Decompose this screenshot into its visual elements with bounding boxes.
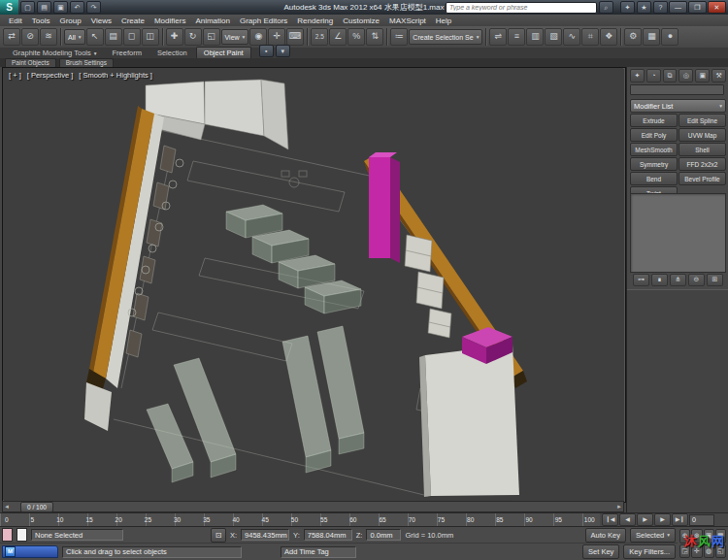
zoom-extents-all-icon[interactable]: ▦ [715, 529, 726, 544]
new-scene-icon[interactable]: ▢ [20, 1, 35, 14]
modifier-button-uvw-map[interactable]: UVW Map [678, 128, 726, 142]
taskbar-fragment[interactable]: M [2, 545, 58, 558]
time-slider-handle[interactable]: 0 / 100 [20, 502, 53, 512]
select-and-scale-icon[interactable]: ◱ [203, 28, 220, 46]
modifier-stack-list[interactable] [630, 193, 726, 273]
modify-tab[interactable]: ◔ [646, 69, 661, 82]
spinner-snap-icon[interactable]: ⇅ [366, 28, 383, 46]
select-and-link-icon[interactable]: ⇄ [3, 28, 20, 46]
ribbon-tab-graphite-modeling-tools[interactable]: Graphite Modeling Tools▾ [6, 48, 104, 58]
menu-views[interactable]: Views [86, 16, 116, 25]
create-tab[interactable]: ✦ [630, 69, 645, 82]
modifier-list-dropdown[interactable]: Modifier List ▾ [630, 99, 726, 113]
make-unique-icon[interactable]: ⋔ [670, 274, 686, 286]
display-tab[interactable]: ▣ [695, 69, 710, 82]
named-selection-sets-dropdown[interactable]: Create Selection Se▾ [409, 29, 482, 45]
snaps-toggle-icon[interactable]: 2.5 [311, 28, 328, 46]
remove-modifier-icon[interactable]: ⊖ [688, 274, 705, 286]
modifier-button-ffd-2x2x2[interactable]: FFD 2x2x2 [678, 157, 726, 171]
modifier-button-shell[interactable]: Shell [678, 143, 726, 156]
rectangular-selection-region-icon[interactable]: ◻ [123, 28, 141, 46]
select-object-icon[interactable]: ↖ [86, 28, 104, 46]
rendered-frame-window-icon[interactable]: ▦ [643, 28, 660, 46]
zoom-icon[interactable]: ⊕ [679, 529, 690, 544]
maxscript-mini-listener-strip[interactable] [17, 528, 27, 542]
menu-group[interactable]: Group [54, 16, 85, 25]
pan-view-icon[interactable]: ✛ [691, 544, 702, 559]
zoom-all-icon[interactable]: ⊛ [691, 529, 702, 544]
selection-lock-icon[interactable]: ⊡ [211, 528, 226, 543]
select-by-name-icon[interactable]: ▤ [105, 28, 122, 46]
search-icon[interactable]: ⌕ [599, 1, 613, 14]
menu-create[interactable]: Create [116, 16, 149, 25]
selected-dropdown[interactable]: Selected ▾ [630, 528, 676, 543]
menu-animation[interactable]: Animation [190, 16, 235, 25]
redo-icon[interactable]: ↷ [86, 1, 101, 14]
mirror-icon[interactable]: ⇌ [489, 28, 507, 46]
go-to-start-button[interactable]: ❙◀ [602, 513, 618, 526]
hierarchy-tab[interactable]: ⧉ [663, 69, 678, 82]
next-frame-arrow-icon[interactable]: ► [615, 504, 623, 510]
bind-to-space-warp-icon[interactable]: ≋ [40, 28, 57, 46]
edit-named-selection-sets-icon[interactable]: ≔ [390, 28, 408, 46]
zoom-region-icon[interactable]: ◲ [679, 544, 690, 559]
ribbon-tab-freeform[interactable]: Freeform [106, 48, 149, 58]
add-time-tag[interactable]: Add Time Tag [281, 546, 356, 558]
x-coordinate-field[interactable]: 9458.435mm [241, 529, 289, 541]
motion-tab[interactable]: ◎ [678, 69, 693, 82]
keyboard-shortcut-override-icon[interactable]: ⌨ [286, 28, 304, 46]
restore-button[interactable]: ❐ [688, 1, 707, 14]
menu-maxscript[interactable]: MAXScript [384, 16, 431, 25]
key-filters-button[interactable]: Key Filters... [623, 544, 676, 559]
reference-coordinate-system-dropdown[interactable]: View▾ [221, 29, 249, 45]
menu-rendering[interactable]: Rendering [292, 16, 338, 25]
ribbon-panel-tab-paint-objects[interactable]: Paint Objects [5, 58, 56, 67]
maximize-viewport-icon[interactable]: ◱ [715, 544, 726, 559]
pin-stack-icon[interactable]: ⊶ [633, 274, 649, 286]
maxscript-macro-recorder-strip[interactable] [2, 528, 13, 542]
use-pivot-point-center-icon[interactable]: ◉ [249, 28, 267, 46]
previous-frame-arrow-icon[interactable]: ◄ [3, 504, 11, 510]
window-crossing-icon[interactable]: ◫ [142, 28, 159, 46]
search-input[interactable] [446, 2, 597, 14]
play-button[interactable]: ▶ [637, 513, 653, 526]
schematic-view-icon[interactable]: ⌗ [581, 28, 599, 46]
close-button[interactable]: ✕ [708, 1, 726, 14]
go-to-end-button[interactable]: ▶❙ [672, 513, 688, 526]
select-and-rotate-icon[interactable]: ↻ [184, 28, 202, 46]
menu-help[interactable]: Help [431, 16, 456, 25]
viewport-general-menu[interactable]: [ + ] [9, 71, 21, 80]
menu-modifiers[interactable]: Modifiers [149, 16, 190, 25]
render-setup-icon[interactable]: ⚙ [624, 28, 642, 46]
current-frame-field[interactable]: 0 [689, 514, 714, 526]
help-icon[interactable]: ? [653, 1, 668, 14]
menu-tools[interactable]: Tools [27, 16, 55, 25]
render-production-icon[interactable]: ● [661, 28, 678, 46]
z-coordinate-field[interactable]: 0.0mm [366, 529, 401, 541]
menu-graph-editors[interactable]: Graph Editors [235, 16, 292, 25]
communication-center-icon[interactable]: ✦ [620, 1, 635, 14]
modifier-button-extrude[interactable]: Extrude [630, 114, 678, 127]
ribbon-panel-tab-brush-settings[interactable]: Brush Settings [59, 58, 114, 67]
percent-snap-icon[interactable]: % [347, 28, 365, 46]
zoom-extents-icon[interactable]: ▣ [704, 529, 714, 544]
material-editor-icon[interactable]: ❖ [600, 28, 617, 46]
ribbon-tab-selection[interactable]: Selection [150, 48, 194, 58]
utilities-tab[interactable]: ⚒ [711, 69, 726, 82]
modifier-button-meshsmooth[interactable]: MeshSmooth [630, 143, 678, 156]
undo-icon[interactable]: ↶ [70, 1, 84, 14]
unlink-selection-icon[interactable]: ⊘ [21, 28, 39, 46]
track-bar[interactable]: 0510152025303540455055606570758085909510… [0, 512, 600, 527]
minimize-button[interactable]: — [669, 1, 687, 14]
time-slider[interactable]: ◄ 0 / 100 ► [2, 501, 624, 512]
y-coordinate-field[interactable]: 7588.04mm [304, 529, 352, 541]
ribbon-tab-object-paint[interactable]: Object Paint [196, 47, 251, 58]
open-file-icon[interactable]: ▤ [37, 1, 51, 14]
align-icon[interactable]: ≡ [508, 28, 525, 46]
menu-edit[interactable]: Edit [4, 16, 27, 25]
show-end-result-icon[interactable]: ∎ [651, 274, 668, 286]
perspective-viewport[interactable]: [ + ] [ Perspective ] [ Smooth + Highlig… [2, 67, 626, 503]
modifier-button-edit-spline[interactable]: Edit Spline [678, 114, 726, 127]
curve-editor-icon[interactable]: ∿ [563, 28, 580, 46]
select-and-manipulate-icon[interactable]: ✛ [268, 28, 285, 46]
